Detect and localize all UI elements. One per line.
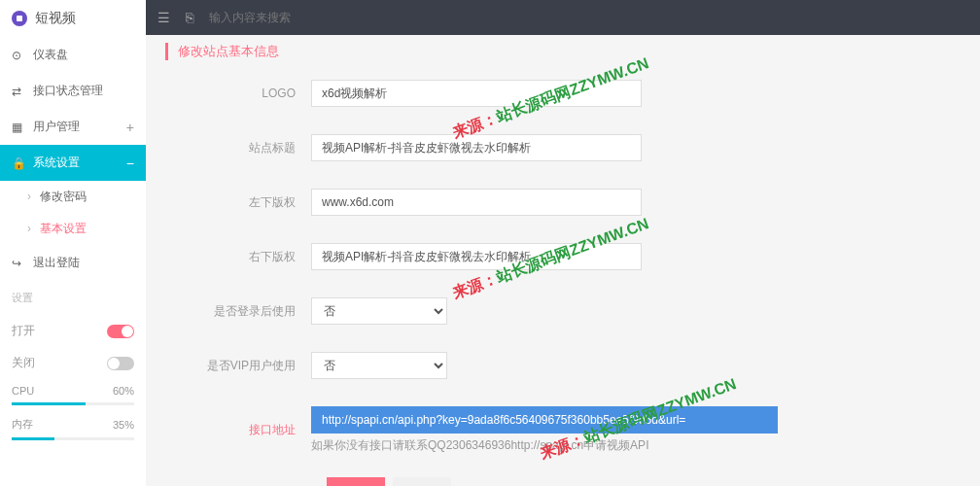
need-login-label: 是否登录后使用: [165, 303, 311, 320]
copy-icon[interactable]: ⎘: [186, 10, 193, 25]
site-title-input[interactable]: [311, 134, 642, 161]
right-copy-label: 右下版权: [165, 249, 311, 265]
cpu-bar: [12, 402, 134, 405]
sidebar-item-label: 系统设置: [33, 155, 80, 171]
toggle-switch[interactable]: [107, 357, 134, 370]
search-input[interactable]: [209, 11, 403, 24]
collapse-icon: −: [126, 156, 134, 171]
lock-icon: 🔒: [12, 156, 25, 170]
sidebar-item-label: 仪表盘: [33, 47, 68, 63]
need-login-select[interactable]: 否: [311, 297, 447, 325]
api-url-help: 如果你没有接口请联系QQ2306346936http://spapi.cn申请视…: [311, 437, 778, 454]
metric-label: CPU: [12, 385, 34, 397]
sidebar-item-label: 退出登陆: [33, 255, 80, 271]
sub-item-basic-settings[interactable]: 基本设置: [0, 213, 146, 245]
app-title: 短视频: [35, 10, 76, 27]
site-title-label: 站点标题: [165, 140, 311, 156]
sidebar-item-label: 用户管理: [33, 119, 80, 135]
left-copy-input[interactable]: [311, 189, 642, 216]
sidebar-item-label: 接口状态管理: [33, 83, 103, 99]
content: 修改站点基本信息 LOGO 站点标题 左下版权 右下版权 是否登录后使用: [146, 35, 980, 486]
settings-section-label: 设置: [0, 281, 146, 315]
sidebar-item-system[interactable]: 🔒 系统设置 −: [0, 145, 146, 181]
metric-value: 35%: [113, 419, 134, 431]
logo-input[interactable]: [311, 80, 642, 107]
expand-icon: +: [126, 120, 134, 135]
sidebar-item-dashboard[interactable]: ⊙ 仪表盘: [0, 37, 146, 73]
right-copy-input[interactable]: [311, 243, 642, 270]
metric-value: 60%: [113, 385, 134, 397]
sub-item-label: 修改密码: [40, 190, 87, 203]
menu-icon[interactable]: ☰: [158, 10, 170, 25]
api-url-label: 接口地址: [165, 422, 311, 438]
toggle-label: 关闭: [12, 355, 35, 371]
api-icon: ⇄: [12, 85, 25, 98]
toggle-switch[interactable]: [107, 325, 134, 338]
sub-item-label: 基本设置: [40, 222, 87, 235]
sidebar: 短视频 ⊙ 仪表盘 ⇄ 接口状态管理 ▦ 用户管理 + 🔒 系统设置 − 修改密…: [0, 0, 146, 486]
toggle-open[interactable]: 打开: [0, 315, 146, 347]
sidebar-item-logout[interactable]: ↪ 退出登陆: [0, 245, 146, 281]
left-copy-label: 左下版权: [165, 194, 311, 211]
submit-button[interactable]: 提交: [327, 477, 385, 486]
logo-label: LOGO: [165, 87, 311, 100]
main: ☰ ⎘ 修改站点基本信息 LOGO 站点标题 左下版权 右下版权: [146, 0, 980, 486]
memory-bar: [12, 437, 134, 440]
sidebar-item-api-status[interactable]: ⇄ 接口状态管理: [0, 73, 146, 109]
need-vip-select[interactable]: 否: [311, 352, 447, 379]
sidebar-item-users[interactable]: ▦ 用户管理 +: [0, 109, 146, 145]
topbar: ☰ ⎘: [146, 0, 980, 35]
api-url-input[interactable]: [311, 406, 778, 434]
toggle-close[interactable]: 关闭: [0, 347, 146, 379]
toggle-label: 打开: [12, 323, 35, 339]
need-vip-label: 是否VIP用户使用: [165, 358, 311, 374]
logout-icon: ↪: [12, 257, 25, 270]
logo-icon: [12, 11, 27, 26]
metric-memory: 内存 35%: [0, 411, 146, 437]
page-title: 修改站点基本信息: [165, 43, 961, 60]
back-button[interactable]: 返回: [393, 477, 451, 486]
users-icon: ▦: [12, 121, 25, 134]
app-logo: 短视频: [0, 0, 146, 37]
dashboard-icon: ⊙: [12, 49, 25, 62]
metric-label: 内存: [12, 417, 33, 432]
metric-cpu: CPU 60%: [0, 379, 146, 402]
sub-item-change-password[interactable]: 修改密码: [0, 181, 146, 213]
